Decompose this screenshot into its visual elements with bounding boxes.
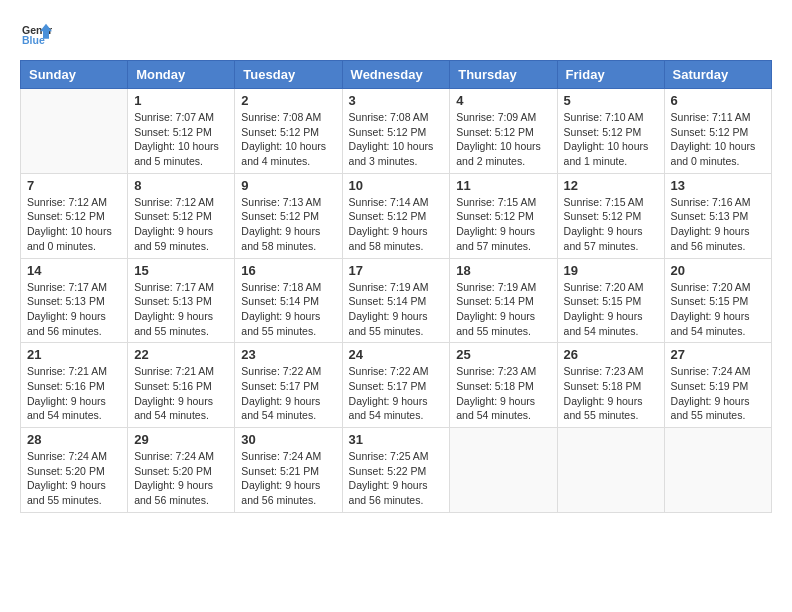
calendar-week-4: 21Sunrise: 7:21 AM Sunset: 5:16 PM Dayli… [21,343,772,428]
day-info: Sunrise: 7:19 AM Sunset: 5:14 PM Dayligh… [349,280,444,339]
calendar-cell: 13Sunrise: 7:16 AM Sunset: 5:13 PM Dayli… [664,173,771,258]
calendar-cell: 15Sunrise: 7:17 AM Sunset: 5:13 PM Dayli… [128,258,235,343]
calendar-cell: 20Sunrise: 7:20 AM Sunset: 5:15 PM Dayli… [664,258,771,343]
calendar-cell: 23Sunrise: 7:22 AM Sunset: 5:17 PM Dayli… [235,343,342,428]
calendar-cell: 7Sunrise: 7:12 AM Sunset: 5:12 PM Daylig… [21,173,128,258]
day-number: 11 [456,178,550,193]
logo: General Blue [20,20,52,50]
day-info: Sunrise: 7:15 AM Sunset: 5:12 PM Dayligh… [564,195,658,254]
calendar-week-5: 28Sunrise: 7:24 AM Sunset: 5:20 PM Dayli… [21,428,772,513]
calendar-cell: 8Sunrise: 7:12 AM Sunset: 5:12 PM Daylig… [128,173,235,258]
calendar-cell: 24Sunrise: 7:22 AM Sunset: 5:17 PM Dayli… [342,343,450,428]
weekday-header-thursday: Thursday [450,61,557,89]
day-number: 12 [564,178,658,193]
day-info: Sunrise: 7:21 AM Sunset: 5:16 PM Dayligh… [134,364,228,423]
calendar-body: 1Sunrise: 7:07 AM Sunset: 5:12 PM Daylig… [21,89,772,513]
calendar-cell: 6Sunrise: 7:11 AM Sunset: 5:12 PM Daylig… [664,89,771,174]
calendar-cell: 17Sunrise: 7:19 AM Sunset: 5:14 PM Dayli… [342,258,450,343]
day-info: Sunrise: 7:18 AM Sunset: 5:14 PM Dayligh… [241,280,335,339]
day-number: 28 [27,432,121,447]
calendar-cell: 5Sunrise: 7:10 AM Sunset: 5:12 PM Daylig… [557,89,664,174]
calendar-cell [21,89,128,174]
calendar-cell: 12Sunrise: 7:15 AM Sunset: 5:12 PM Dayli… [557,173,664,258]
day-number: 5 [564,93,658,108]
calendar-table: SundayMondayTuesdayWednesdayThursdayFrid… [20,60,772,513]
day-info: Sunrise: 7:23 AM Sunset: 5:18 PM Dayligh… [456,364,550,423]
day-number: 6 [671,93,765,108]
calendar-cell: 22Sunrise: 7:21 AM Sunset: 5:16 PM Dayli… [128,343,235,428]
day-info: Sunrise: 7:21 AM Sunset: 5:16 PM Dayligh… [27,364,121,423]
day-number: 23 [241,347,335,362]
day-number: 1 [134,93,228,108]
day-info: Sunrise: 7:09 AM Sunset: 5:12 PM Dayligh… [456,110,550,169]
day-number: 29 [134,432,228,447]
weekday-header-tuesday: Tuesday [235,61,342,89]
day-number: 30 [241,432,335,447]
day-info: Sunrise: 7:14 AM Sunset: 5:12 PM Dayligh… [349,195,444,254]
day-info: Sunrise: 7:20 AM Sunset: 5:15 PM Dayligh… [671,280,765,339]
logo-icon: General Blue [22,20,52,50]
day-number: 3 [349,93,444,108]
day-info: Sunrise: 7:12 AM Sunset: 5:12 PM Dayligh… [134,195,228,254]
day-number: 24 [349,347,444,362]
day-info: Sunrise: 7:24 AM Sunset: 5:20 PM Dayligh… [27,449,121,508]
weekday-header-monday: Monday [128,61,235,89]
calendar-cell: 14Sunrise: 7:17 AM Sunset: 5:13 PM Dayli… [21,258,128,343]
calendar-cell [664,428,771,513]
weekday-header-sunday: Sunday [21,61,128,89]
calendar-cell: 9Sunrise: 7:13 AM Sunset: 5:12 PM Daylig… [235,173,342,258]
calendar-cell: 16Sunrise: 7:18 AM Sunset: 5:14 PM Dayli… [235,258,342,343]
day-info: Sunrise: 7:22 AM Sunset: 5:17 PM Dayligh… [349,364,444,423]
calendar-cell: 10Sunrise: 7:14 AM Sunset: 5:12 PM Dayli… [342,173,450,258]
weekday-header-saturday: Saturday [664,61,771,89]
day-number: 16 [241,263,335,278]
day-number: 13 [671,178,765,193]
day-info: Sunrise: 7:24 AM Sunset: 5:19 PM Dayligh… [671,364,765,423]
calendar-cell [557,428,664,513]
day-number: 22 [134,347,228,362]
day-info: Sunrise: 7:08 AM Sunset: 5:12 PM Dayligh… [349,110,444,169]
day-info: Sunrise: 7:24 AM Sunset: 5:20 PM Dayligh… [134,449,228,508]
day-number: 26 [564,347,658,362]
calendar-cell: 2Sunrise: 7:08 AM Sunset: 5:12 PM Daylig… [235,89,342,174]
day-number: 18 [456,263,550,278]
day-number: 10 [349,178,444,193]
day-info: Sunrise: 7:20 AM Sunset: 5:15 PM Dayligh… [564,280,658,339]
day-number: 25 [456,347,550,362]
day-number: 21 [27,347,121,362]
day-number: 8 [134,178,228,193]
svg-text:Blue: Blue [22,34,45,46]
day-info: Sunrise: 7:13 AM Sunset: 5:12 PM Dayligh… [241,195,335,254]
day-info: Sunrise: 7:23 AM Sunset: 5:18 PM Dayligh… [564,364,658,423]
day-number: 9 [241,178,335,193]
day-number: 19 [564,263,658,278]
day-number: 2 [241,93,335,108]
day-info: Sunrise: 7:10 AM Sunset: 5:12 PM Dayligh… [564,110,658,169]
day-info: Sunrise: 7:07 AM Sunset: 5:12 PM Dayligh… [134,110,228,169]
calendar-cell: 19Sunrise: 7:20 AM Sunset: 5:15 PM Dayli… [557,258,664,343]
calendar-header-row: SundayMondayTuesdayWednesdayThursdayFrid… [21,61,772,89]
calendar-cell: 18Sunrise: 7:19 AM Sunset: 5:14 PM Dayli… [450,258,557,343]
calendar-week-2: 7Sunrise: 7:12 AM Sunset: 5:12 PM Daylig… [21,173,772,258]
day-info: Sunrise: 7:24 AM Sunset: 5:21 PM Dayligh… [241,449,335,508]
day-info: Sunrise: 7:16 AM Sunset: 5:13 PM Dayligh… [671,195,765,254]
day-number: 17 [349,263,444,278]
day-number: 15 [134,263,228,278]
weekday-header-wednesday: Wednesday [342,61,450,89]
calendar-week-3: 14Sunrise: 7:17 AM Sunset: 5:13 PM Dayli… [21,258,772,343]
day-info: Sunrise: 7:11 AM Sunset: 5:12 PM Dayligh… [671,110,765,169]
calendar-cell [450,428,557,513]
calendar-cell: 4Sunrise: 7:09 AM Sunset: 5:12 PM Daylig… [450,89,557,174]
calendar-cell: 27Sunrise: 7:24 AM Sunset: 5:19 PM Dayli… [664,343,771,428]
day-info: Sunrise: 7:15 AM Sunset: 5:12 PM Dayligh… [456,195,550,254]
day-info: Sunrise: 7:22 AM Sunset: 5:17 PM Dayligh… [241,364,335,423]
day-number: 27 [671,347,765,362]
calendar-cell: 11Sunrise: 7:15 AM Sunset: 5:12 PM Dayli… [450,173,557,258]
day-info: Sunrise: 7:25 AM Sunset: 5:22 PM Dayligh… [349,449,444,508]
calendar-cell: 26Sunrise: 7:23 AM Sunset: 5:18 PM Dayli… [557,343,664,428]
calendar-cell: 1Sunrise: 7:07 AM Sunset: 5:12 PM Daylig… [128,89,235,174]
calendar-cell: 29Sunrise: 7:24 AM Sunset: 5:20 PM Dayli… [128,428,235,513]
day-info: Sunrise: 7:12 AM Sunset: 5:12 PM Dayligh… [27,195,121,254]
calendar-cell: 25Sunrise: 7:23 AM Sunset: 5:18 PM Dayli… [450,343,557,428]
calendar-cell: 28Sunrise: 7:24 AM Sunset: 5:20 PM Dayli… [21,428,128,513]
